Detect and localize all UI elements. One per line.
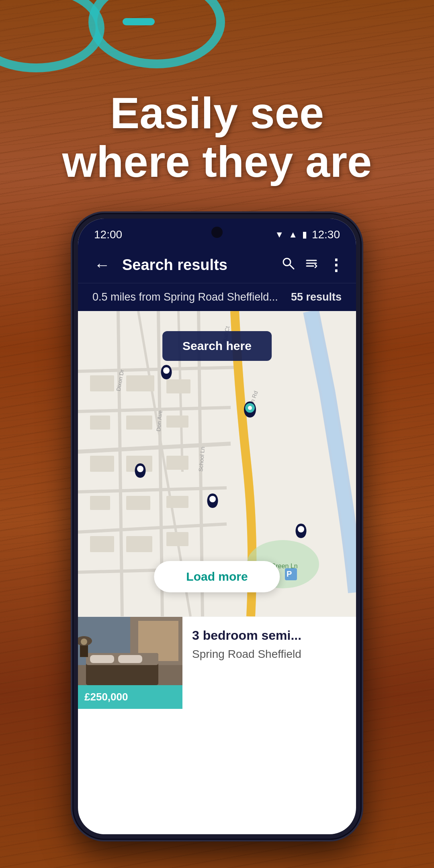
svg-line-1 [290,265,294,269]
camera-notch [211,227,223,238]
load-more-button[interactable]: Load more [154,561,280,592]
svg-rect-53 [90,655,114,663]
glasses-right-lens [88,0,225,68]
svg-rect-25 [90,416,110,430]
headline-line1: Easily see [110,88,324,137]
location-filter-text: 0.5 miles from Spring Road Sheffield... [92,291,278,303]
svg-rect-31 [90,496,110,510]
svg-point-57 [81,639,87,645]
page-title: Search results [122,256,273,274]
status-time-left: 12:00 [94,228,122,241]
svg-rect-27 [126,416,152,430]
svg-rect-26 [126,375,154,391]
filter-bar: 0.5 miles from Spring Road Sheffield... … [78,283,356,311]
headline-line2: where they are [62,137,372,186]
svg-text:P: P [287,569,292,578]
app-header: ← Search results ⋮ [78,247,356,283]
svg-rect-33 [126,496,150,510]
map-area[interactable]: Dixon Dr Don Ave School Ln Main Rd Hall … [78,311,356,616]
header-icons: ⋮ [281,256,344,273]
status-time-right: 12:30 [312,228,340,241]
sort-icon[interactable] [305,256,318,273]
glasses-bridge [123,18,155,25]
more-icon[interactable]: ⋮ [328,257,344,273]
property-type: 3 bedroom semi... [192,628,346,643]
property-info: 3 bedroom semi... Spring Road Sheffield [182,617,356,709]
svg-point-41 [163,367,170,374]
svg-point-44 [137,466,143,472]
back-button[interactable]: ← [90,252,114,278]
svg-rect-36 [90,536,114,552]
svg-rect-29 [166,416,188,428]
svg-point-43 [248,406,252,410]
battery-icon: ▮ [302,229,307,240]
property-image: £250,000 [78,617,182,709]
glasses-decoration [0,0,434,84]
svg-point-46 [298,526,304,532]
property-card[interactable]: £250,000 3 bedroom semi... Spring Road S… [78,616,356,709]
svg-rect-38 [166,532,188,546]
svg-rect-54 [118,655,142,663]
wifi-icon: ▼ [275,229,284,240]
glasses-left-lens [0,0,104,72]
property-price: £250,000 [78,685,182,709]
signal-icon: ▲ [289,229,297,240]
search-here-button[interactable]: Search here [162,331,272,361]
svg-rect-28 [166,379,190,393]
svg-rect-37 [126,536,152,552]
svg-rect-34 [166,456,188,470]
property-location: Spring Road Sheffield [192,648,346,661]
headline: Easily see where they are [0,88,434,186]
results-count: 55 results [291,291,342,303]
phone-device: 12:00 ▼ ▲ ▮ 12:30 ← Search results [72,213,362,840]
svg-rect-24 [90,375,114,391]
status-icons-right: ▼ ▲ ▮ 12:30 [275,228,340,241]
phone-screen: 12:00 ▼ ▲ ▮ 12:30 ← Search results [78,219,356,834]
svg-rect-30 [90,456,114,472]
search-icon[interactable] [281,256,295,273]
svg-rect-35 [166,496,188,508]
svg-point-45 [209,496,216,502]
